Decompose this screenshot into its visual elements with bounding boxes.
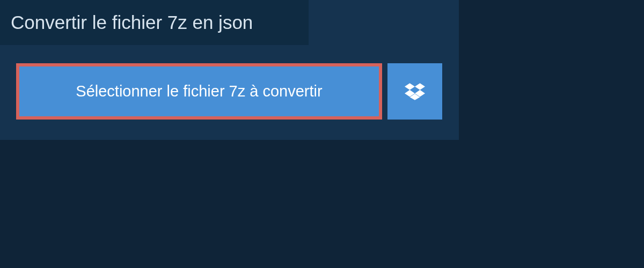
heading-bar: Convertir le fichier 7z en json bbox=[0, 0, 309, 45]
select-file-button[interactable]: Sélectionner le fichier 7z à convertir bbox=[16, 63, 382, 120]
dropbox-icon bbox=[405, 81, 425, 102]
converter-panel: Convertir le fichier 7z en json Sélectio… bbox=[0, 0, 459, 140]
dropbox-button[interactable] bbox=[387, 63, 442, 120]
select-file-label: Sélectionner le fichier 7z à convertir bbox=[76, 83, 322, 100]
page-title: Convertir le fichier 7z en json bbox=[11, 12, 253, 33]
button-row: Sélectionner le fichier 7z à convertir bbox=[0, 45, 459, 140]
